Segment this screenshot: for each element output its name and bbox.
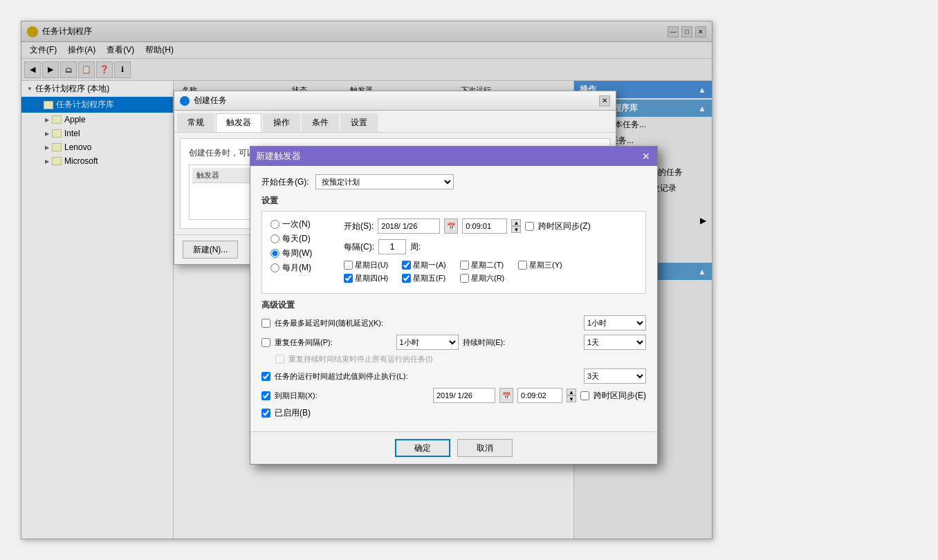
expiry-checkbox[interactable]: [261, 391, 270, 400]
new-trigger-button[interactable]: 新建(N)...: [183, 241, 238, 259]
start-time-input[interactable]: [462, 218, 507, 234]
repeat-stop-checkbox[interactable]: [275, 355, 284, 364]
tab-general[interactable]: 常规: [177, 113, 214, 132]
enabled-checkbox[interactable]: [261, 409, 270, 418]
day-wed-checkbox[interactable]: [518, 261, 527, 270]
day-thu-label: 星期四(H): [355, 273, 388, 283]
duration-label: 持续时间(E):: [463, 337, 580, 348]
duration-select[interactable]: 1天: [584, 335, 646, 350]
start-task-row: 开始任务(G): 按预定计划: [261, 174, 646, 189]
tab-action[interactable]: 操作: [263, 113, 300, 132]
trigger-col-header: 触发器: [196, 171, 219, 179]
start-time-up[interactable]: ▲: [511, 219, 521, 226]
day-sun-checkbox[interactable]: [344, 261, 353, 270]
day-sat-label: 星期六(R): [471, 273, 504, 283]
repeat-label: 重复任务间隔(P):: [275, 337, 392, 348]
enabled-label: 已启用(B): [275, 407, 311, 419]
start-date-input[interactable]: [378, 218, 440, 234]
trigger-close-button[interactable]: ✕: [641, 151, 652, 162]
day-sun-label: 星期日(U): [355, 260, 388, 270]
radio-once-input[interactable]: [270, 220, 279, 229]
radio-weekly: 每周(W): [270, 248, 333, 259]
tab-trigger[interactable]: 触发器: [216, 113, 261, 132]
delay-select[interactable]: 1小时: [584, 315, 646, 330]
radio-once: 一次(N): [270, 218, 333, 230]
repeat-stop-row: 重复持续时间结束时停止所有运行的任务(I): [261, 354, 646, 364]
radio-daily: 每天(D): [270, 233, 333, 245]
enabled-row: 已启用(B): [261, 407, 646, 419]
schedule-type-group: 一次(N) 每天(D) 每周(W): [270, 218, 333, 286]
expiry-label: 到期日期(X):: [275, 391, 429, 401]
timezone-sync-checkbox[interactable]: [525, 222, 534, 231]
days-row-2: 星期四(H) 星期五(F) 星期六(R): [344, 273, 637, 283]
day-fri-checkbox[interactable]: [402, 274, 411, 283]
start-task-select[interactable]: 按预定计划: [315, 174, 454, 189]
settings-inner: 一次(N) 每天(D) 每周(W): [270, 218, 637, 286]
timezone-sync-label: 跨时区同步(Z): [538, 221, 590, 232]
tab-condition[interactable]: 条件: [302, 113, 339, 132]
settings-title: 设置: [261, 195, 646, 207]
ok-button[interactable]: 确定: [395, 439, 450, 457]
stop-run-label: 任务的运行时间超过此值则停止执行(L):: [275, 371, 580, 382]
start-task-label: 开始任务(G):: [261, 176, 310, 188]
radio-monthly-input[interactable]: [270, 263, 279, 272]
advanced-title: 高级设置: [261, 299, 646, 311]
expiry-time-spin: ▲ ▼: [567, 389, 576, 402]
radio-weekly-input[interactable]: [270, 249, 279, 258]
trigger-title: 新建触发器: [256, 150, 641, 162]
day-mon-checkbox[interactable]: [402, 261, 411, 270]
expiry-row: 到期日期(X): 📅 ▲ ▼ 跨时区同步(E): [261, 388, 646, 403]
radio-once-label: 一次(N): [282, 218, 311, 230]
dialog-overlay: 创建任务 ✕ 常规 触发器 操作 条件 设置 创建任务时，可以指定触发发该任务的…: [21, 21, 712, 539]
expiry-time-down[interactable]: ▼: [567, 395, 576, 402]
tab-settings[interactable]: 设置: [340, 113, 378, 132]
day-tue-checkbox[interactable]: [460, 261, 469, 270]
new-trigger-dialog: 新建触发器 ✕ 开始任务(G): 按预定计划 设置: [250, 146, 658, 465]
day-fri-label: 星期五(F): [413, 273, 445, 283]
settings-section: 一次(N) 每天(D) 每周(W): [261, 211, 646, 294]
repeat-row: 重复任务间隔(P): 1小时 持续时间(E): 1天: [261, 335, 646, 350]
day-thu-checkbox[interactable]: [344, 274, 353, 283]
radio-monthly: 每月(M): [270, 262, 333, 274]
schedule-right: 开始(S): 📅 ▲ ▼ 跨时区同步(Z): [344, 218, 637, 286]
day-wed-label: 星期三(Y): [529, 260, 562, 270]
expiry-timezone-label: 跨时区同步(E): [594, 390, 646, 402]
trigger-footer: 确定 取消: [250, 431, 657, 464]
cancel-button[interactable]: 取消: [457, 439, 513, 457]
expiry-time-up[interactable]: ▲: [567, 389, 576, 395]
expiry-date-input[interactable]: [433, 388, 495, 403]
expiry-time-input[interactable]: [517, 388, 562, 403]
day-sat-checkbox[interactable]: [460, 274, 469, 283]
days-row-1: 星期日(U) 星期一(A) 星期二(T): [344, 260, 637, 270]
day-sat: 星期六(R): [460, 273, 515, 283]
day-fri: 星期五(F): [402, 273, 457, 283]
repeat-checkbox[interactable]: [261, 338, 270, 347]
advanced-settings-section: 高级设置 任务最多延迟时间(随机延迟)(K): 1小时 重复任务间隔(P):: [261, 299, 646, 419]
day-mon-label: 星期一(A): [413, 260, 446, 270]
radio-daily-input[interactable]: [270, 234, 279, 243]
delay-label: 任务最多延迟时间(随机延迟)(K):: [275, 318, 580, 328]
trigger-title-bar: 新建触发器 ✕: [250, 147, 657, 166]
create-task-dialog-icon: [180, 96, 190, 106]
stop-run-select[interactable]: 3天: [584, 368, 646, 384]
start-calendar-button[interactable]: 📅: [444, 218, 458, 234]
create-task-tab-bar: 常规 触发器 操作 条件 设置: [174, 111, 616, 133]
create-task-close-button[interactable]: ✕: [599, 95, 610, 106]
interval-label: 每隔(C):: [344, 241, 374, 253]
day-tue: 星期二(T): [460, 260, 515, 270]
delay-checkbox[interactable]: [261, 319, 270, 328]
expiry-timezone-checkbox[interactable]: [580, 391, 589, 400]
start-time-down[interactable]: ▼: [511, 226, 521, 233]
expiry-calendar-button[interactable]: 📅: [499, 388, 513, 403]
interval-input[interactable]: [378, 239, 406, 254]
create-task-title-bar: 创建任务 ✕: [174, 91, 616, 111]
stop-run-checkbox[interactable]: [261, 372, 270, 381]
week-label: 周:: [410, 241, 421, 253]
day-sun: 星期日(U): [344, 260, 399, 270]
day-thu: 星期四(H): [344, 273, 399, 283]
day-tue-label: 星期二(T): [471, 260, 504, 270]
create-task-title: 创建任务: [194, 95, 599, 106]
repeat-select[interactable]: 1小时: [396, 335, 459, 350]
radio-weekly-label: 每周(W): [282, 248, 312, 259]
day-wed: 星期三(Y): [518, 260, 573, 270]
